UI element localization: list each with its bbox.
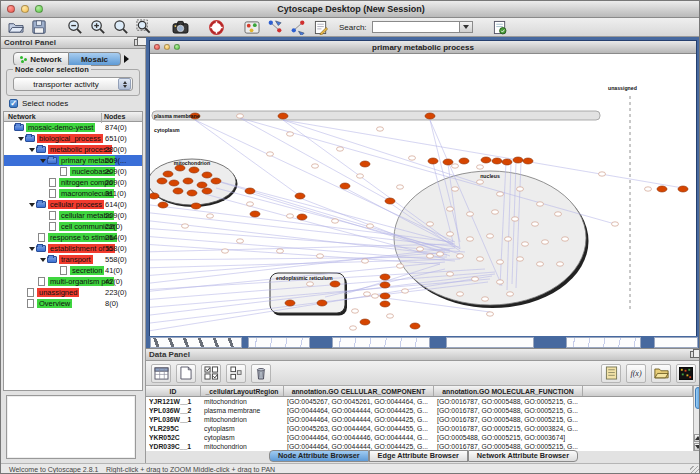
edit-network-edges-icon[interactable] bbox=[289, 19, 307, 36]
float-panel-icon[interactable] bbox=[690, 351, 698, 358]
gene-node[interactable] bbox=[507, 292, 514, 296]
tree-row-multi-organism-pro[interactable]: multi-organism pro42(0) bbox=[4, 276, 142, 287]
node-color-dropdown[interactable]: transporter activity bbox=[13, 77, 133, 91]
background-window-fragment[interactable] bbox=[248, 337, 310, 348]
selected-gene-node[interactable] bbox=[385, 198, 395, 204]
selected-gene-node[interactable] bbox=[425, 113, 435, 119]
gene-node[interactable] bbox=[362, 259, 369, 263]
tree-row-cell-communicat[interactable]: cell communicat22(0) bbox=[4, 221, 142, 232]
search-options-icon[interactable] bbox=[491, 19, 509, 36]
gene-node[interactable] bbox=[352, 309, 359, 313]
select-attributes-icon[interactable] bbox=[201, 364, 221, 383]
resize-grip[interactable] bbox=[690, 466, 700, 474]
zoom-selected-icon[interactable] bbox=[112, 19, 130, 36]
gene-node[interactable] bbox=[350, 326, 357, 330]
tree-row-overview[interactable]: Overview8(0) bbox=[4, 298, 142, 309]
selected-gene-node[interactable] bbox=[202, 188, 212, 194]
gene-node[interactable] bbox=[337, 147, 344, 151]
selected-gene-node[interactable] bbox=[360, 319, 370, 325]
gene-node[interactable] bbox=[437, 252, 444, 256]
tree-row-unassigned[interactable]: unassigned223(0) bbox=[4, 287, 142, 298]
gene-node[interactable] bbox=[222, 249, 229, 253]
expand-arrow-icon[interactable] bbox=[28, 148, 36, 152]
table-column-header[interactable]: annotation.GO CELLULAR_COMPONENT bbox=[284, 386, 434, 396]
gene-node[interactable] bbox=[487, 312, 494, 316]
gene-node[interactable] bbox=[537, 202, 544, 206]
expand-arrow-icon[interactable] bbox=[28, 203, 36, 207]
tree-row-transport[interactable]: transport558(0) bbox=[4, 254, 142, 265]
background-window-fragment[interactable] bbox=[332, 337, 430, 348]
selected-gene-node[interactable] bbox=[189, 167, 199, 173]
tab-node-attribute-browser[interactable]: Node Attribute Browser bbox=[269, 450, 369, 462]
search-input[interactable] bbox=[372, 21, 460, 33]
gene-node[interactable] bbox=[237, 239, 244, 243]
tab-edge-attribute-browser[interactable]: Edge Attribute Browser bbox=[369, 450, 468, 462]
selected-gene-node[interactable] bbox=[191, 203, 201, 209]
tree-column-network[interactable]: Network bbox=[8, 113, 36, 120]
gene-node[interactable] bbox=[517, 257, 524, 261]
gene-node[interactable] bbox=[427, 222, 434, 226]
table-column-header[interactable] bbox=[583, 386, 693, 396]
gene-node[interactable] bbox=[364, 292, 371, 296]
selected-gene-node[interactable] bbox=[245, 188, 255, 194]
tree-row-cellular-process[interactable]: cellular process614(0) bbox=[4, 199, 142, 210]
tree-row-metabolic-process[interactable]: metabolic process280(0) bbox=[4, 144, 142, 155]
gene-node[interactable] bbox=[332, 219, 339, 223]
selected-gene-node[interactable] bbox=[360, 161, 370, 167]
selected-gene-node[interactable] bbox=[678, 186, 688, 192]
zoom-out-icon[interactable] bbox=[66, 19, 84, 36]
gene-node[interactable] bbox=[447, 272, 454, 276]
selected-gene-node[interactable] bbox=[380, 301, 390, 307]
tab-network-attribute-browser[interactable]: Network Attribute Browser bbox=[468, 450, 578, 462]
matrix-view-icon[interactable] bbox=[676, 364, 696, 383]
table-row[interactable]: YJR121W__1mitochondrion[GO:0045267, GO:0… bbox=[146, 397, 693, 406]
gene-node[interactable] bbox=[537, 262, 544, 266]
edit-network-nodes-icon[interactable] bbox=[266, 19, 284, 36]
expand-arrow-icon[interactable] bbox=[17, 137, 25, 141]
gene-node[interactable] bbox=[307, 282, 314, 286]
tab-mosaic[interactable]: Mosaic bbox=[69, 52, 121, 66]
selected-gene-node[interactable] bbox=[211, 178, 221, 184]
table-column-header[interactable]: annotation.GO MOLECULAR_FUNCTION bbox=[434, 386, 583, 396]
selected-gene-node[interactable] bbox=[187, 190, 197, 196]
gene-node[interactable] bbox=[397, 185, 404, 189]
gene-node[interactable] bbox=[417, 247, 424, 251]
gene-node[interactable] bbox=[497, 280, 504, 284]
selected-gene-node[interactable] bbox=[158, 202, 168, 208]
network-frame-titlebar[interactable]: primary metabolic process bbox=[150, 41, 696, 54]
tree-row-primary-metabo[interactable]: primary metabo209(... bbox=[4, 155, 142, 166]
expand-arrow-icon[interactable] bbox=[39, 159, 47, 163]
gene-node[interactable] bbox=[599, 172, 606, 176]
gene-node[interactable] bbox=[477, 165, 484, 169]
search-dropdown-icon[interactable] bbox=[460, 21, 473, 33]
gene-node[interactable] bbox=[287, 132, 294, 136]
selected-gene-node[interactable] bbox=[443, 159, 453, 165]
table-scrollbar[interactable] bbox=[693, 386, 700, 451]
selected-gene-node[interactable] bbox=[657, 186, 667, 192]
selected-gene-node[interactable] bbox=[380, 282, 390, 288]
table-row[interactable]: YLR295Ccytoplasm[GO:0045263, GO:0044464,… bbox=[146, 424, 693, 433]
gene-node[interactable] bbox=[447, 207, 454, 211]
gene-node[interactable] bbox=[467, 212, 474, 216]
selected-gene-node[interactable] bbox=[183, 178, 193, 184]
selected-gene-node[interactable] bbox=[330, 281, 340, 287]
table-row[interactable]: YKR052Ccytoplasm[GO:0044464, GO:0044446,… bbox=[146, 433, 693, 442]
selected-gene-node[interactable] bbox=[459, 158, 469, 164]
gene-node[interactable] bbox=[517, 187, 524, 191]
tree-row-mosaic-demo-yeast[interactable]: mosaic-demo-yeast874(0) bbox=[4, 122, 142, 133]
gene-node[interactable] bbox=[487, 234, 494, 238]
selected-gene-node[interactable] bbox=[513, 157, 523, 163]
gene-node[interactable] bbox=[542, 240, 549, 244]
gene-node[interactable] bbox=[357, 174, 364, 178]
tree-row-nitrogen-compo[interactable]: nitrogen compo209(0) bbox=[4, 177, 142, 188]
tree-row-nucleobase-[interactable]: nucleobase-209(0) bbox=[4, 166, 142, 177]
tree-row-secretion[interactable]: secretion41(0) bbox=[4, 265, 142, 276]
tab-network[interactable]: Network bbox=[13, 52, 69, 66]
open-file-icon[interactable] bbox=[7, 19, 25, 36]
selected-gene-node[interactable] bbox=[492, 158, 502, 164]
birdseye-view[interactable] bbox=[6, 395, 136, 459]
gene-node[interactable] bbox=[377, 127, 384, 131]
gene-node[interactable] bbox=[482, 297, 489, 301]
selected-gene-node[interactable] bbox=[502, 159, 512, 165]
gene-node[interactable] bbox=[397, 264, 404, 268]
